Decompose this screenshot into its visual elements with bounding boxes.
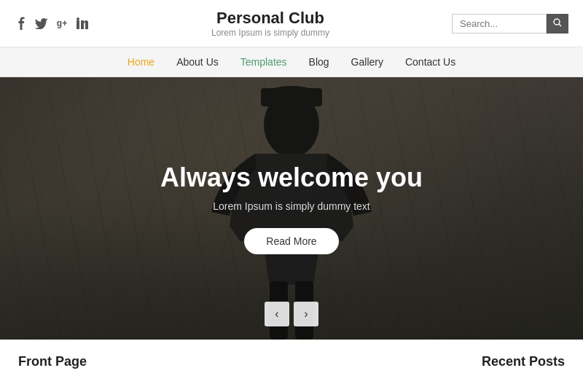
svg-line-3	[559, 24, 561, 26]
svg-point-2	[554, 19, 560, 25]
nav-templates[interactable]: Templates	[240, 56, 287, 68]
bottom-section: Front Page Recent Posts	[0, 340, 583, 377]
navbar: Home About Us Templates Blog Gallery Con…	[0, 47, 583, 77]
nav-blog[interactable]: Blog	[309, 56, 329, 68]
search-button[interactable]	[547, 14, 568, 34]
hero-section: Always welcome you Lorem Ipsum is simply…	[0, 77, 583, 340]
svg-point-1	[77, 17, 79, 20]
nav-gallery[interactable]: Gallery	[351, 56, 383, 68]
hero-title: Always welcome you	[160, 162, 423, 193]
hero-prev-button[interactable]: ‹	[265, 302, 289, 326]
read-more-button[interactable]: Read More	[244, 228, 338, 254]
site-header: g+ Personal Club Lorem Ipsum is simply d…	[0, 0, 583, 47]
nav-contact[interactable]: Contact Us	[405, 56, 455, 68]
linkedin-icon[interactable]	[76, 17, 89, 30]
google-plus-icon[interactable]: g+	[55, 17, 69, 30]
site-subtitle: Lorem Ipsum is simply dummy	[89, 28, 452, 38]
nav-about[interactable]: About Us	[176, 56, 219, 68]
nav-home[interactable]: Home	[128, 56, 154, 68]
hero-content: Always welcome you Lorem Ipsum is simply…	[0, 77, 583, 340]
hero-next-button[interactable]: ›	[294, 302, 318, 326]
search-area	[452, 14, 568, 34]
svg-rect-0	[77, 20, 79, 29]
twitter-icon[interactable]	[35, 17, 48, 30]
site-title-area: Personal Club Lorem Ipsum is simply dumm…	[89, 9, 452, 38]
hero-subtitle: Lorem Ipsum is simply dummy text	[213, 200, 370, 212]
social-icons-area: g+	[15, 17, 89, 30]
search-input[interactable]	[452, 14, 547, 34]
facebook-icon[interactable]	[15, 17, 28, 30]
hero-navigation: ‹ ›	[265, 302, 318, 326]
site-title: Personal Club	[89, 9, 452, 28]
recent-posts-heading: Recent Posts	[482, 354, 565, 369]
front-page-heading: Front Page	[18, 354, 87, 369]
